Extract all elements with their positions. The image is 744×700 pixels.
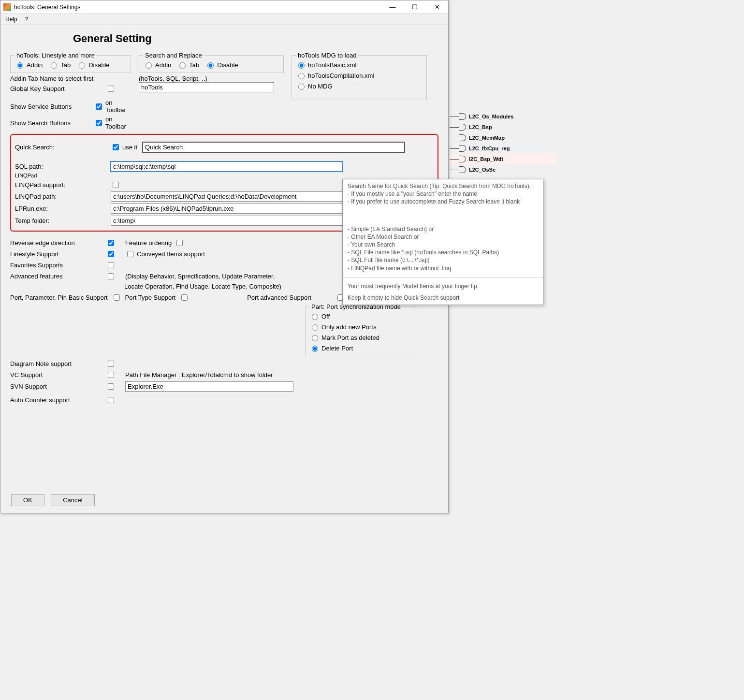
linestyle-support-label: Linestyle Support [10, 250, 106, 258]
mdg-basic-radio[interactable] [298, 62, 305, 69]
sr-hint: (hoTools, SQL, Script, ..) [139, 75, 207, 82]
sql-path-label: SQL path: [15, 163, 111, 170]
addin-tab-name-label: Addin Tab Name to select first [10, 75, 106, 82]
port-type-label: Port Type Support [125, 294, 176, 301]
titlebar: hoTools: General Settings — ☐ ✕ [0, 0, 448, 14]
conveyed-items-label: Conveyed Items support [137, 250, 205, 258]
minimize-button[interactable]: — [381, 0, 404, 14]
diagram-note-label: Diagram Note support [10, 360, 106, 367]
auto-counter-label: Auto Counter support [10, 396, 106, 404]
global-key-label: Global Key Support [10, 85, 106, 92]
advanced-desc2: Locate Operation, Find Usage, Locate Typ… [124, 283, 281, 290]
feature-ordering-label: Feature ordering [125, 239, 172, 247]
linestyle-addin-radio[interactable] [17, 62, 23, 69]
port-sync-group: Part: Port synchronization mode Off Only… [305, 303, 416, 356]
reverse-edge-checkbox[interactable] [108, 240, 114, 246]
quick-search-tooltip: Search Name for Quick Search (Tip: Quick… [342, 179, 543, 305]
show-service-checkbox[interactable] [96, 103, 102, 110]
ok-button[interactable]: OK [11, 494, 44, 506]
lprun-label: LPRun.exe: [15, 205, 111, 212]
maximize-button[interactable]: ☐ [404, 0, 426, 14]
lprun-input[interactable] [111, 204, 343, 214]
path-file-mgr-input[interactable] [125, 381, 293, 392]
app-icon [3, 3, 11, 11]
linqpad-support-label: LINQPad support: [15, 181, 111, 189]
portsync-mark-radio[interactable] [312, 335, 318, 341]
close-button[interactable]: ✕ [426, 0, 448, 14]
advanced-desc1: (Display Behavior, Sprecifications, Upda… [125, 273, 275, 280]
linestyle-group: hoTools: Linestyle and more Addin Tab Di… [10, 52, 131, 73]
reverse-edge-label: Reverse edge direction [10, 239, 106, 247]
search-replace-group: Search and Replace Addin Tab Disable [139, 52, 284, 73]
diagram-note-checkbox[interactable] [108, 361, 114, 367]
auto-counter-checkbox[interactable] [108, 397, 114, 403]
quick-search-label: Quick Search: [15, 144, 111, 151]
sr-value-input[interactable] [139, 82, 274, 92]
feature-ordering-checkbox[interactable] [176, 240, 183, 246]
window-title: hoTools: General Settings [14, 4, 80, 11]
portsync-add-radio[interactable] [312, 324, 318, 331]
global-key-checkbox[interactable] [108, 86, 114, 92]
temp-folder-label: Temp folder: [15, 217, 111, 224]
menubar: Help ? [0, 14, 448, 25]
sr-disable-radio[interactable] [207, 62, 214, 69]
favorites-support-checkbox[interactable] [108, 262, 114, 268]
svn-support-label: SVN Support [10, 383, 106, 390]
path-file-mgr-label: Path File Manager : Explorer/Totalcmd to… [125, 371, 273, 379]
conveyed-items-checkbox[interactable] [127, 251, 133, 257]
linqpad-support-checkbox[interactable] [113, 182, 119, 188]
mdg-compilation-radio[interactable] [298, 73, 305, 79]
portsync-off-radio[interactable] [312, 314, 318, 320]
linqpad-path-label: LINQPad path: [15, 193, 111, 200]
port-basic-label: Port, Parameter, Pin Basic Support [10, 294, 108, 301]
temp-folder-input[interactable] [111, 216, 343, 226]
port-type-checkbox[interactable] [181, 294, 188, 301]
linestyle-support-checkbox[interactable] [108, 251, 114, 257]
advanced-features-label: Advanced features [10, 273, 106, 280]
show-service-label: Show Service Buttons [10, 103, 94, 110]
menu-question[interactable]: ? [25, 16, 29, 23]
linestyle-tab-radio[interactable] [51, 62, 57, 69]
quick-search-input[interactable] [142, 142, 405, 153]
show-search-checkbox[interactable] [96, 120, 102, 126]
portsync-delete-radio[interactable] [312, 346, 318, 352]
sr-tab-radio[interactable] [179, 62, 186, 69]
port-basic-checkbox[interactable] [114, 294, 120, 301]
sql-path-input[interactable] [111, 161, 343, 172]
linqpad-path-input[interactable] [111, 191, 343, 202]
favorites-support-label: Favorites Supports [10, 262, 106, 269]
svn-support-checkbox[interactable] [108, 383, 114, 390]
menu-help[interactable]: Help [5, 16, 17, 23]
background-diagram: L2C_Os_Modules L2C_Bsp L2C_MemMap L2C_If… [450, 111, 556, 175]
linqpad-small-label: LINQPad [15, 172, 434, 178]
vc-support-label: VC Support [10, 371, 106, 379]
sr-addin-radio[interactable] [146, 62, 152, 69]
mdg-none-radio[interactable] [298, 84, 305, 90]
mdg-group: hoTools MDG to load hoToolsBasic.xml hoT… [292, 52, 427, 100]
port-advanced-label: Port advanced Support [247, 294, 311, 301]
show-search-label: Show Search Buttons [10, 119, 94, 127]
vc-support-checkbox[interactable] [108, 372, 114, 378]
linestyle-disable-radio[interactable] [79, 62, 85, 69]
page-title: General Setting [73, 32, 438, 45]
quick-search-useit-checkbox[interactable] [113, 144, 119, 150]
cancel-button[interactable]: Cancel [51, 494, 94, 506]
advanced-features-checkbox[interactable] [108, 273, 114, 279]
